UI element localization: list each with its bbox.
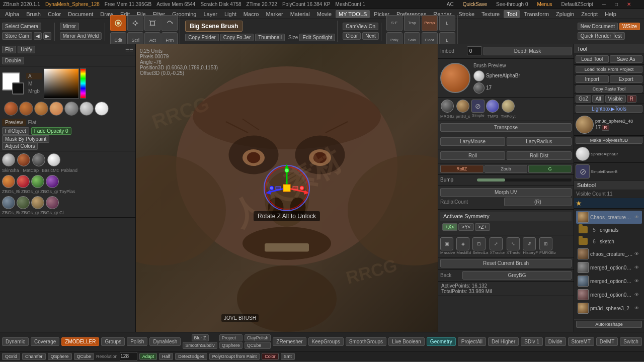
subtool-item-5[interactable]: merged_option04_06 👁 <box>576 275 642 288</box>
swatch-white[interactable] <box>95 102 109 116</box>
dynamic-btn[interactable]: Dynamic <box>2 337 29 346</box>
imbue-input[interactable] <box>467 46 482 55</box>
l-sym-btn[interactable]: L <box>439 15 455 31</box>
del-higher-btn[interactable]: Del Higher <box>488 337 519 346</box>
radial-r-btn[interactable]: (R) <box>504 198 572 206</box>
secondary-color-swatch[interactable] <box>12 82 24 95</box>
dyname-mesh-btn[interactable]: DynaMesh <box>149 337 181 346</box>
flip-btn[interactable]: Flip <box>2 46 16 53</box>
menu-tool[interactable]: Tool <box>504 10 520 18</box>
zbg3-btn[interactable] <box>31 175 44 188</box>
import-btn[interactable]: Import <box>576 75 609 83</box>
symmetry-header[interactable]: Activate Symmetry <box>440 212 572 221</box>
pm3d-sphere-icon[interactable] <box>473 82 485 94</box>
zbg1-btn[interactable] <box>2 175 15 188</box>
roll-btn[interactable]: Roll <box>440 151 505 160</box>
zbg2-btn[interactable] <box>17 175 30 188</box>
menu-alpha[interactable]: Alpha <box>2 10 22 18</box>
menu-stroke[interactable]: Stroke <box>455 10 477 18</box>
zoub-btn[interactable]: Zoub <box>485 165 528 173</box>
menu-light[interactable]: Light <box>221 10 239 18</box>
masked-icon[interactable]: ◈ <box>456 237 469 250</box>
clear-btn[interactable]: Clear <box>343 32 361 40</box>
thumbnail-btn[interactable]: Thumbnail <box>255 34 285 41</box>
coverage-btn[interactable]: Coverage <box>31 337 59 346</box>
swatch-ltgray[interactable] <box>79 102 94 116</box>
store-mt-btn[interactable]: StoreMT <box>568 337 594 346</box>
tmp3-icon[interactable] <box>486 100 499 113</box>
subtool-item-2[interactable]: 6 sketch <box>576 236 642 247</box>
swatch-gray[interactable] <box>64 102 78 116</box>
color-btn[interactable]: Color <box>262 353 279 360</box>
save-as-btn[interactable]: Save As <box>610 55 643 63</box>
quicksave-btn[interactable]: QuickSave <box>463 2 487 7</box>
zbg4-btn[interactable] <box>46 175 59 188</box>
keep-groups-btn[interactable]: KeepGroups <box>308 337 344 346</box>
xtractor-icon[interactable]: ⤢ <box>490 237 503 250</box>
brush-preview-sphere[interactable] <box>440 63 470 93</box>
simple-eraser-preview[interactable]: ⊘ <box>576 164 590 178</box>
switch-btn[interactable]: Switch <box>620 337 641 346</box>
r-btn[interactable]: R <box>627 95 636 103</box>
lazy-mouse-btn[interactable]: LazyMouse <box>440 137 505 146</box>
pabland-btn[interactable] <box>47 153 60 166</box>
mirror-btn[interactable]: Mirror <box>60 23 79 30</box>
zbgc1-btn[interactable] <box>2 196 15 209</box>
all-btn[interactable]: All <box>592 95 604 103</box>
win-close[interactable]: ✕ <box>627 2 631 7</box>
menu-transform[interactable]: Transform <box>521 10 552 18</box>
store-cam-btn[interactable]: Store Cam <box>2 32 32 40</box>
see-through[interactable]: See-through 0 <box>496 2 528 7</box>
cam-view-on-btn[interactable]: CamView On <box>343 23 378 30</box>
visible-btn[interactable]: Visible <box>605 95 626 103</box>
edit-spotlight-btn[interactable]: Edit Spotlight <box>299 34 335 41</box>
skin-shade-btn[interactable] <box>2 153 15 166</box>
del-mt-btn[interactable]: DelMT <box>596 337 618 346</box>
subtool-item-7[interactable]: pm3d_sphere3_2 👁 <box>576 302 642 315</box>
sym-z-btn[interactable]: >Z+ <box>475 223 490 231</box>
polish-btn[interactable]: Polish <box>127 337 147 346</box>
depth-mask-btn[interactable]: Depth Mask <box>484 47 572 55</box>
qsphere2-btn[interactable]: QSphere <box>48 353 72 360</box>
reset-brush-btn[interactable]: Reset Current Brush <box>440 259 572 267</box>
massive-icon[interactable]: ▣ <box>440 237 453 250</box>
prev-btn[interactable]: ◀ <box>34 32 42 40</box>
copy-paste-tool-btn[interactable]: Copy Paste Tool <box>576 85 642 93</box>
mirror-weld-btn[interactable]: Mirror And Weld <box>60 32 102 40</box>
fill-object-btn[interactable]: FillObject <box>2 127 29 135</box>
rollz-btn[interactable]: RollZ <box>440 165 484 173</box>
win-maximize[interactable]: □ <box>615 2 618 7</box>
adjust-colors-btn[interactable]: Adjust Colors <box>2 142 38 150</box>
detect-edges-btn[interactable]: DetectEdges <box>175 353 207 360</box>
zbgc3-btn[interactable] <box>31 196 44 209</box>
smooth-groups-btn[interactable]: SmoothGroups <box>346 337 386 346</box>
swatch-brown[interactable] <box>4 102 18 116</box>
load-from-project-btn[interactable]: Load Tools From Project <box>576 66 642 73</box>
pm3ds-icon[interactable] <box>456 100 469 113</box>
menu-brush[interactable]: Brush <box>23 10 44 18</box>
morph-uv-btn[interactable]: Morph UV <box>440 188 572 197</box>
fade-opacity-btn[interactable]: Fade Opacity 0 <box>31 127 71 135</box>
next-btn[interactable]: ▶ <box>43 32 51 40</box>
smooth-subdiv-btn[interactable]: SmoothSubdiv <box>183 342 217 349</box>
project-all-btn[interactable]: ProjectAll <box>458 337 486 346</box>
r2-btn[interactable]: R <box>602 125 609 131</box>
groups-btn[interactable]: Groups <box>101 337 125 346</box>
zmodeller-btn[interactable]: ZMODELLER <box>61 337 99 346</box>
sfpivot-btn[interactable]: S·F <box>386 15 403 31</box>
sphere-alpha-preview[interactable] <box>576 147 590 161</box>
qgrid-btn[interactable]: QGrid <box>2 353 20 360</box>
rotate-mode-btn[interactable] <box>162 15 178 31</box>
select-camera-label[interactable]: Select Camera <box>2 23 41 30</box>
menus-btn[interactable]: Menus <box>537 2 552 7</box>
clay-polish-btn[interactable]: ClayPolish <box>245 334 271 341</box>
default-zscript[interactable]: DefaultZScript <box>561 2 593 7</box>
qcube-btn[interactable]: QCube <box>245 342 271 349</box>
menu-movie[interactable]: Movie <box>314 10 335 18</box>
menu-document[interactable]: Document <box>65 10 96 18</box>
color-picker-gradient[interactable] <box>44 68 79 99</box>
viewport[interactable]: 人人素材 RRCG RRCG <box>136 44 438 332</box>
menu-macro[interactable]: Macro <box>240 10 262 18</box>
move-mode-btn[interactable] <box>127 15 143 31</box>
simple-eraser-icon[interactable]: ⊘ <box>471 100 485 113</box>
